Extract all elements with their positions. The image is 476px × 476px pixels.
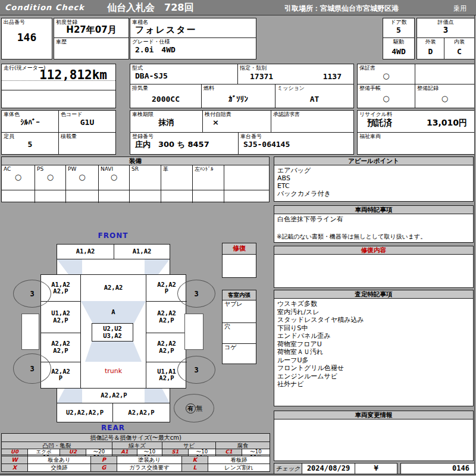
displacement-label: 排気量 bbox=[130, 84, 201, 92]
legend-code: K bbox=[182, 456, 208, 464]
vehicle-notes-content: 白色塗抹下帯ライン有 bbox=[274, 214, 473, 224]
zone-front-bumper-left: A1,A2 bbox=[57, 245, 114, 259]
vehicle-category: 乗用 bbox=[453, 4, 466, 13]
type-class-cell: 指定・類別 17371 1137 bbox=[237, 64, 354, 84]
vehicle-notes-title: 車両特記事項 bbox=[274, 206, 473, 214]
appeal-item: ETC bbox=[277, 182, 470, 190]
front-cowl-wedge-right bbox=[145, 259, 170, 274]
model-code-label: 型式 bbox=[130, 64, 237, 71]
equipment-mark-ps: ○ bbox=[35, 173, 65, 181]
mileage-cell: 走行(現メーター) 112,812km bbox=[1, 64, 116, 108]
legend-code: L bbox=[182, 464, 208, 472]
zone-rear-panel: A2,A2,P bbox=[82, 389, 146, 403]
model-name-cell: 車種名 フォレスター bbox=[130, 18, 256, 38]
assessment-item: フロントグリル色褪せ bbox=[277, 364, 470, 372]
auction-title: 仙台入札会 728回 bbox=[107, 2, 193, 14]
diagram-front-label: FRONT bbox=[83, 231, 143, 240]
tire-rear-left: 3 bbox=[13, 353, 51, 384]
assessment-item: 下回りS中 bbox=[277, 324, 470, 333]
interior-lining-row-burn: コゲ bbox=[223, 344, 256, 365]
appeal-points-title: アピールポイント bbox=[274, 157, 473, 165]
model-code-cell: 型式 DBA-SJ5 bbox=[130, 64, 238, 84]
load-capacity-cell: 積載量 bbox=[58, 132, 116, 155]
brand-logo: Condition Check bbox=[5, 3, 84, 12]
equipment-mark-pw: ○ bbox=[66, 173, 98, 181]
repair-flag-title: 修復 bbox=[223, 243, 256, 255]
history-label: 車歴 bbox=[54, 38, 129, 45]
check-mark: ¥ bbox=[355, 464, 397, 474]
zone-front-bumper-right: A1,A2 bbox=[114, 245, 170, 259]
top-bar: Condition Check 仙台入札会 728回 引取場所：宮城県仙台市宮城… bbox=[0, 0, 476, 15]
rear-bumper: U2,A2,A2,P A2,A2,P bbox=[57, 403, 170, 422]
check-row-box: チェック 2024/08/29 ¥ bbox=[274, 463, 397, 474]
warranty-spacer-cell bbox=[415, 64, 475, 84]
recycle-fee-label: リサイクル料 bbox=[358, 111, 474, 118]
legend-desc: 看板跡 bbox=[208, 456, 270, 464]
front-cowl-strip bbox=[57, 259, 170, 275]
diagram-rear-label: REAR bbox=[83, 424, 143, 432]
warranty-cell: 保証書 ○ bbox=[357, 64, 415, 84]
assessment-notes-title: 査定特記事項 bbox=[274, 290, 473, 299]
rear-panel-wedge-right bbox=[145, 389, 170, 403]
chassis-number-cell: 車台番号 SJ5-064145 bbox=[238, 132, 354, 155]
grade-value: 2.0i 4WD bbox=[130, 45, 256, 54]
doors-value: 5 bbox=[383, 26, 414, 35]
legend-desc: 交換跡 bbox=[28, 464, 91, 472]
vehicle-notes-disclaimer: ※記載のない書類・機器等は無しとして取り扱います。 bbox=[277, 233, 426, 241]
recycle-status: 預託済 bbox=[367, 118, 392, 127]
tire-rear-right: 3 bbox=[177, 356, 215, 384]
inspection-expiry-label: 車検期限 bbox=[130, 111, 202, 118]
legend-code: X bbox=[2, 464, 28, 472]
body-color-cell: 車体色 ｼﾙﾊﾞｰ bbox=[1, 110, 59, 133]
assessment-item: 荷物室ＡＵ汚れ bbox=[277, 348, 470, 356]
welfare-vehicle-label: 福祉車両 bbox=[358, 133, 474, 140]
legend-code: U0 bbox=[2, 449, 28, 455]
assessment-item: スタッドレスタイヤ積み込み bbox=[277, 316, 470, 324]
transmission-value: AT bbox=[275, 95, 353, 104]
legend-desc: 塗装あり bbox=[117, 456, 182, 464]
assessment-item: エンドパネル歪み bbox=[277, 332, 470, 340]
displacement-value: 2000CC bbox=[130, 95, 201, 104]
tire-front-left: 3 bbox=[13, 280, 51, 308]
page-right-rule bbox=[474, 15, 475, 474]
equipment-label-row: AC ○ PS ○ PW ○ NAVI ○ SR 革 左ﾊﾝﾄﾞﾙ bbox=[2, 165, 269, 190]
legend-code: W bbox=[2, 456, 28, 464]
sheet-number-box: 0146 bbox=[400, 463, 475, 474]
tire-front-right: 3 bbox=[177, 280, 215, 308]
score-value: 3 bbox=[417, 26, 474, 35]
drive-value: 4WD bbox=[383, 47, 414, 56]
equipment-col-navi: NAVI ○ bbox=[99, 165, 130, 190]
fuel-value: ｶﾞｿﾘﾝ bbox=[202, 95, 275, 104]
equipment-col-leather: 革 bbox=[161, 165, 193, 190]
equipment-col-sr: SR bbox=[130, 165, 161, 190]
drive-cell: 駆動 4WD bbox=[383, 37, 415, 60]
interior-lining-box: 客室内張 ヤブレ 穴 コゲ bbox=[222, 290, 256, 364]
transmission-cell: ミッション AT bbox=[275, 84, 354, 108]
insurance-mark: × bbox=[203, 118, 271, 127]
displacement-cell: 排気量 2000CC bbox=[130, 84, 202, 108]
page-bottom-rule bbox=[0, 474, 476, 475]
repair-content-title: 修復内容 bbox=[274, 246, 473, 255]
maintenance-book-label: 整備手帳 bbox=[358, 84, 415, 92]
chassis-number-value: SJ5-064145 bbox=[239, 140, 353, 149]
front-cowl-wedge-left bbox=[57, 259, 82, 274]
rear-window bbox=[85, 342, 142, 362]
zone-hood: A2,A2 bbox=[81, 275, 146, 301]
legend-desc: ガラス交換要す bbox=[117, 464, 182, 472]
legend-code: S1 bbox=[162, 449, 189, 455]
drive-label: 駆動 bbox=[383, 38, 414, 45]
zone-roof: U2,U2 U3,A2 bbox=[92, 324, 133, 341]
color-code-cell: 色コード G1U bbox=[58, 110, 116, 133]
assessment-item: ルーフU多 bbox=[277, 356, 470, 365]
assessment-item: 荷物室フロアU bbox=[277, 340, 470, 349]
legend-desc: 板金あり bbox=[28, 456, 91, 464]
assessment-item: 室内汚れ/スレ bbox=[277, 308, 470, 317]
recycle-fee-cell: リサイクル料 預託済 13,010円 bbox=[357, 110, 475, 133]
legend-size: 〜10 bbox=[189, 449, 216, 455]
load-capacity-label: 積載量 bbox=[59, 133, 115, 140]
equipment-col-ac: AC ○ bbox=[2, 165, 35, 190]
interior-lining-row-hole: 穴 bbox=[223, 323, 256, 344]
equipment-title: 装備 bbox=[2, 157, 269, 165]
interior-grade-cell: 内装 C bbox=[444, 37, 475, 60]
maintenance-book-mark: ○ bbox=[358, 94, 415, 103]
